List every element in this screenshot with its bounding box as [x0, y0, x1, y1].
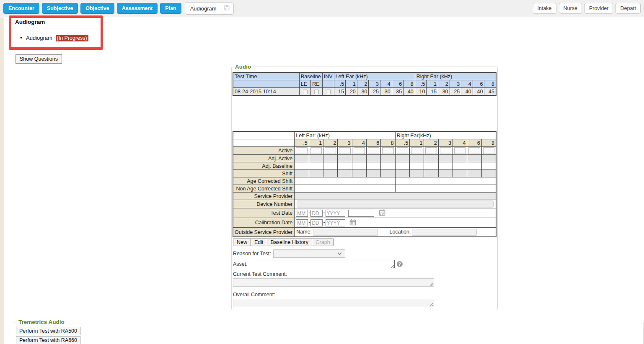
- baseline-le-checkbox[interactable]: [303, 90, 308, 94]
- encounter-button[interactable]: Encounter: [3, 3, 39, 14]
- status-badge: (In Progress): [56, 35, 88, 41]
- col-le: LE: [300, 80, 310, 87]
- left-value: 25: [369, 88, 380, 95]
- calendar-icon[interactable]: [349, 219, 356, 227]
- active-input[interactable]: [397, 147, 409, 154]
- graph-button[interactable]: Graph: [312, 239, 334, 246]
- row-label: Age Corrected Shift: [233, 177, 294, 185]
- freq-header: 3: [338, 139, 352, 146]
- freq-header: 1: [309, 139, 323, 146]
- active-input[interactable]: [425, 147, 437, 154]
- calibration-date-year-input[interactable]: YYYY: [326, 219, 345, 226]
- assessment-button[interactable]: Assessment: [117, 3, 158, 14]
- age-corrected-shift-row: Age Corrected Shift: [233, 177, 496, 185]
- perform-test-ra500-button[interactable]: Perform Test with RA500: [16, 327, 80, 335]
- current-test-comment-textarea[interactable]: [233, 278, 434, 287]
- service-provider-field: [295, 193, 496, 200]
- active-input[interactable]: [454, 147, 466, 154]
- right-value: 25: [450, 88, 461, 95]
- left-value: 30: [380, 88, 392, 95]
- col-left-ear: Left Ear (kHz): [334, 73, 415, 80]
- active-input[interactable]: [440, 147, 451, 154]
- freq-header: 4: [453, 139, 467, 146]
- left-value: 15: [334, 88, 346, 95]
- adj-baseline-row: Adj. Baseline: [233, 162, 496, 169]
- plan-button[interactable]: Plan: [160, 3, 181, 14]
- right-value: 15: [427, 88, 438, 95]
- audio-fieldset: Audio Test Time Baseline INV Left Ear (k…: [231, 64, 498, 310]
- help-icon[interactable]: ?: [397, 261, 403, 267]
- asset-input[interactable]: [250, 260, 395, 268]
- outside-provider-name-input[interactable]: [313, 229, 378, 236]
- save-button[interactable]: [222, 4, 232, 13]
- tab-audiogram[interactable]: Audiogram: [185, 3, 234, 15]
- floppy-disk-icon: [224, 5, 230, 12]
- outside-service-provider-row: Outside Service Provider Name: Location:: [233, 228, 496, 236]
- subjective-button[interactable]: Subjective: [42, 3, 78, 14]
- calibration-date-day-input[interactable]: DD: [310, 219, 323, 226]
- audio-legend: Audio: [233, 64, 253, 70]
- test-date-row: Test Date MM-DD-YYYY: [233, 208, 496, 218]
- audiogram-action-buttons: New Edit Baseline History Graph: [233, 239, 334, 246]
- name-label: Name:: [296, 229, 313, 235]
- detail-right-ear-header: Right Ear(kHz): [396, 132, 496, 139]
- freq-header: .5: [396, 139, 410, 146]
- active-input[interactable]: [339, 147, 350, 154]
- row-label: Adj. Active: [233, 155, 294, 162]
- reason-for-test-select[interactable]: [273, 249, 345, 258]
- tremetrics-fieldset: Tremetrics Audio Perform Test with RA500…: [14, 319, 644, 344]
- active-input[interactable]: [354, 147, 365, 154]
- active-input[interactable]: [411, 147, 422, 154]
- stage-buttons: Intake Nurse Provider Depart: [533, 3, 641, 14]
- outside-provider-location-input[interactable]: [412, 229, 477, 236]
- row-label: Outside Service Provider: [233, 228, 294, 236]
- freq-header: .5: [295, 139, 309, 146]
- test-date-month-input[interactable]: MM: [296, 210, 308, 217]
- test-time-input[interactable]: [348, 210, 374, 217]
- baseline-history-button[interactable]: Baseline History: [267, 239, 312, 246]
- calibration-date-month-input[interactable]: MM: [296, 219, 308, 226]
- perform-test-ra660-button[interactable]: Perform Test with RA660: [16, 336, 80, 344]
- provider-button[interactable]: Provider: [585, 3, 613, 14]
- audiogram-questionnaire-link[interactable]: Audiogram: [26, 35, 52, 41]
- resize-corner-icon: [391, 264, 394, 268]
- inv-checkbox[interactable]: [326, 90, 331, 94]
- overall-comment-textarea[interactable]: [233, 299, 434, 307]
- new-button[interactable]: New: [233, 239, 251, 246]
- test-date-day-input[interactable]: DD: [310, 210, 323, 217]
- list-item: Audiogram (In Progress): [15, 35, 644, 41]
- objective-button[interactable]: Objective: [80, 3, 114, 14]
- row-label: Device Number: [233, 200, 294, 208]
- freq-header: 8: [484, 80, 496, 87]
- audio-results-table: Test Time Baseline INV Left Ear (kHz) Ri…: [233, 72, 497, 96]
- resize-handle-icon: [429, 282, 433, 286]
- freq-header: 2: [357, 80, 369, 87]
- freq-header: 6: [467, 139, 481, 146]
- baseline-re-checkbox[interactable]: [314, 90, 319, 94]
- active-input[interactable]: [468, 147, 480, 154]
- active-row: Active: [233, 147, 496, 154]
- right-value: 10: [415, 88, 427, 95]
- active-input[interactable]: [310, 147, 322, 154]
- chevron-down-icon: [337, 251, 341, 255]
- freq-header: 8: [403, 80, 415, 87]
- right-value: 45: [484, 88, 496, 95]
- freq-header: .5: [334, 80, 346, 87]
- intake-button[interactable]: Intake: [533, 3, 556, 14]
- active-input[interactable]: [483, 147, 494, 154]
- active-input[interactable]: [296, 147, 308, 154]
- show-questions-button[interactable]: Show Questions: [16, 54, 62, 64]
- calendar-icon[interactable]: [379, 209, 385, 217]
- active-input[interactable]: [382, 147, 393, 154]
- active-input[interactable]: [368, 147, 379, 154]
- row-label: Test Date: [233, 208, 294, 218]
- freq-header: 4: [380, 80, 392, 87]
- freq-header: 3: [439, 139, 453, 146]
- edit-button[interactable]: Edit: [251, 239, 267, 246]
- active-input[interactable]: [325, 147, 336, 154]
- freq-header: 8: [381, 139, 395, 146]
- nurse-button[interactable]: Nurse: [559, 3, 582, 14]
- test-date-year-input[interactable]: YYYY: [326, 210, 345, 217]
- current-test-comment-label: Current Test Comment:: [233, 271, 497, 277]
- depart-button[interactable]: Depart: [616, 3, 641, 14]
